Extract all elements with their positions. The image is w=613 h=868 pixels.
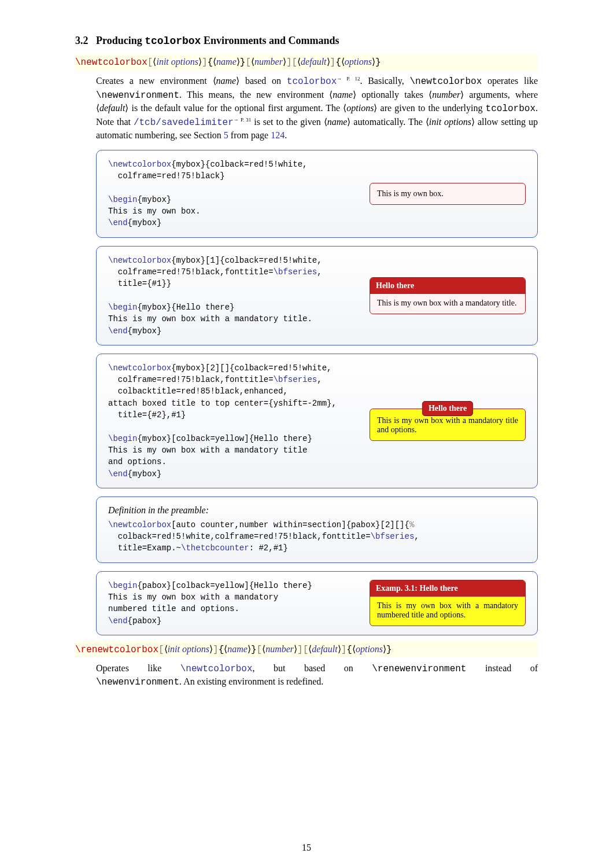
cmd-name-2: \renewtcolorbox: [75, 645, 158, 655]
section-title-2: Environments and Commands: [204, 35, 339, 46]
output-box-5-title: Examp. 3.1: Hello there: [370, 580, 525, 597]
link-section-5[interactable]: 5: [224, 130, 228, 140]
command-syntax-newtcolorbox: \newtcolorbox[⟨init options⟩]{⟨name⟩}[⟨n…: [75, 54, 538, 70]
description-newtcolorbox: Creates a new environment ⟨name⟩ based o…: [96, 75, 538, 142]
command-syntax-renewtcolorbox: \renewtcolorbox[⟨init options⟩]{⟨name⟩}[…: [75, 641, 538, 657]
example-3-code: \newtcolorbox{mybox}[2][]{colback=red!5!…: [108, 362, 352, 480]
example-5-output: Examp. 3.1: Hello there This is my own b…: [370, 580, 526, 626]
page: 3.2 Producing tcolorbox Environments and…: [0, 0, 613, 868]
example-2-output: Hello there This is my own box with a ma…: [370, 277, 526, 314]
preamble-label: Definition in the preamble:: [108, 505, 526, 516]
cmd-name: \newtcolorbox: [75, 57, 147, 68]
output-box-3-title: Hello there: [422, 401, 473, 416]
example-2: \newtcolorbox{mybox}[1]{colback=red!5!wh…: [96, 246, 538, 345]
example-4: Definition in the preamble: \newtcolorbo…: [96, 496, 538, 563]
link-page-124[interactable]: 124: [271, 130, 285, 140]
link-tcolorbox[interactable]: tcolorbox: [287, 76, 337, 87]
section-tt: tcolorbox: [145, 35, 201, 47]
example-3-output: Hello there This is my own box with a ma…: [370, 400, 526, 441]
link-newtcolorbox[interactable]: \newtcolorbox: [180, 664, 253, 674]
output-box-3: Hello there This is my own box with a ma…: [370, 409, 526, 441]
section-title-1: Producing: [96, 35, 142, 46]
page-number: 15: [0, 843, 613, 853]
output-box-2-title: Hello there: [370, 278, 525, 294]
example-2-code: \newtcolorbox{mybox}[1]{colback=red!5!wh…: [108, 255, 352, 337]
link-savedelimiter[interactable]: /tcb/savedelimiter: [134, 117, 234, 128]
section-header: 3.2 Producing tcolorbox Environments and…: [75, 35, 538, 47]
output-box-2: Hello there This is my own box with a ma…: [370, 277, 526, 314]
example-1: \newtcolorbox{mybox}{colback=red!5!white…: [96, 150, 538, 238]
example-5: \begin{pabox}[colback=yellow]{Hello ther…: [96, 571, 538, 635]
example-4-code: \newtcolorbox[auto counter,number within…: [108, 519, 526, 554]
example-1-code: \newtcolorbox{mybox}{colback=red!5!white…: [108, 159, 352, 229]
section-number: 3.2: [75, 35, 88, 46]
output-box-5: Examp. 3.1: Hello there This is my own b…: [370, 580, 526, 626]
example-3: \newtcolorbox{mybox}[2][]{colback=red!5!…: [96, 354, 538, 488]
output-box-1: This is my own box.: [370, 183, 526, 205]
example-5-code: \begin{pabox}[colback=yellow]{Hello ther…: [108, 580, 352, 627]
description-renewtcolorbox: Operates like \newtcolorbox, but based o…: [96, 662, 538, 689]
example-1-output: This is my own box.: [370, 183, 526, 205]
